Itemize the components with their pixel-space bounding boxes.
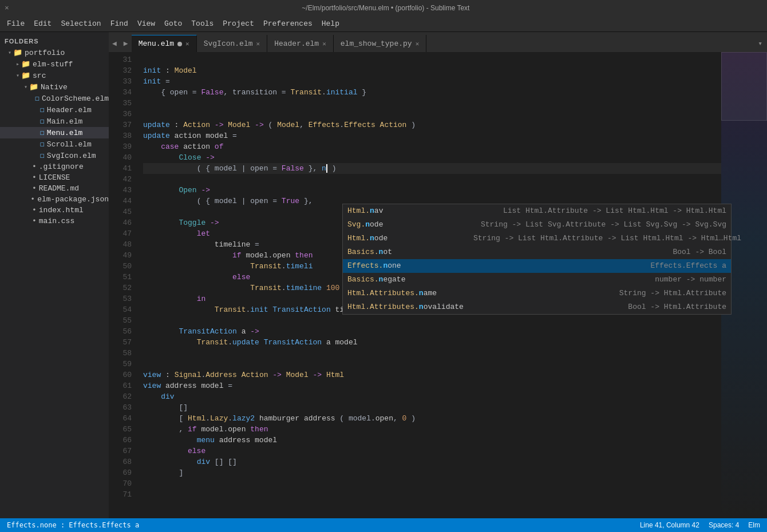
line-numbers: 3132333435363738394041424344454647484950… xyxy=(109,52,136,518)
menu-item-project[interactable]: Project xyxy=(218,18,259,29)
tabs-bar: ◀ ▶ Menu.elm✕SvgIcon.elm✕Header.elm✕elm_… xyxy=(109,32,767,52)
code-line-63: [] xyxy=(143,402,721,413)
code-line-64: [ Html.Lazy.lazy2 hamburger address ( mo… xyxy=(143,413,721,424)
tab-header_elm[interactable]: Header.elm✕ xyxy=(267,35,334,52)
code-line-67: else xyxy=(143,446,721,456)
close-button[interactable]: × xyxy=(5,4,9,13)
code-line-36 xyxy=(143,109,721,120)
tree-item-svgicon_elm[interactable]: ◻SvgIcon.elm xyxy=(0,150,109,161)
code-line-43: Open -> xyxy=(143,185,721,196)
statusbar-left: Effects.none : Effects.Effects a xyxy=(7,521,139,529)
code-line-69: ] xyxy=(143,467,721,478)
tab-dropdown-button[interactable]: ▾ xyxy=(753,35,767,52)
tree-item-elm_stuff[interactable]: ▸📁elm-stuff xyxy=(0,58,109,70)
tab-close-button[interactable]: ✕ xyxy=(416,40,420,47)
code-line-58 xyxy=(143,348,721,359)
ac-item-name[interactable]: Html.Attributes.nameString -> Html.Attri… xyxy=(343,287,731,300)
tree-item-license[interactable]: •LICENSE xyxy=(0,172,109,183)
titlebar-title: ~/Elm/portfolio/src/Menu.elm • (portfoli… xyxy=(9,4,762,12)
tree-item-main_elm[interactable]: ◻Main.elm xyxy=(0,116,109,127)
ac-item-none[interactable]: Effects.noneEffects.Effects a xyxy=(343,259,731,273)
tree-item-elm_package_json[interactable]: •elm-package.json xyxy=(0,194,109,205)
tab-menu_elm[interactable]: Menu.elm✕ xyxy=(132,35,197,52)
code-line-55 xyxy=(143,315,721,326)
folders-label: FOLDERS xyxy=(0,34,109,47)
code-container[interactable]: 3132333435363738394041424344454647484950… xyxy=(109,52,767,518)
menubar: FileEditSelectionFindViewGotoToolsProjec… xyxy=(0,16,767,32)
statusbar-line-col: Line 41, Column 42 xyxy=(640,521,699,529)
statusbar-right: Line 41, Column 42 Spaces: 4 Elm xyxy=(640,521,760,529)
tab-svgicon_elm[interactable]: SvgIcon.elm✕ xyxy=(197,35,267,52)
code-line-42 xyxy=(143,174,721,185)
tabs-container: Menu.elm✕SvgIcon.elm✕Header.elm✕elm_show… xyxy=(132,35,427,52)
code-line-32: init : Model xyxy=(143,65,721,76)
tree-item-index_html[interactable]: •index.html xyxy=(0,205,109,216)
tab-modified-dot xyxy=(177,42,182,46)
statusbar: Effects.none : Effects.Effects a Line 41… xyxy=(0,518,767,532)
ac-item-node[interactable]: Svg.nodeString -> List Svg.Attribute -> … xyxy=(343,218,731,232)
code-line-39: case action of xyxy=(143,141,721,152)
code-line-41: ( { model | open = False }, n ) xyxy=(143,163,721,174)
code-line-33: init = xyxy=(143,76,721,87)
tree-item-_gitignore[interactable]: •.gitignore xyxy=(0,161,109,172)
editor-area: ◀ ▶ Menu.elm✕SvgIcon.elm✕Header.elm✕elm_… xyxy=(109,32,767,518)
statusbar-spaces: Spaces: 4 xyxy=(709,521,739,529)
tab-elm_show_type_py[interactable]: elm_show_type.py✕ xyxy=(334,35,426,52)
file-tree: ▾📁portfolio▸📁elm-stuff▾📁src▾📁Native◻Colo… xyxy=(0,47,109,227)
tree-item-native[interactable]: ▾📁Native xyxy=(0,81,109,93)
tree-item-main_css[interactable]: •main.css xyxy=(0,216,109,227)
titlebar-left: × xyxy=(5,4,9,13)
code-line-59 xyxy=(143,359,721,370)
code-line-62: div xyxy=(143,391,721,402)
menu-item-tools[interactable]: Tools xyxy=(187,18,218,29)
statusbar-status: Effects.none : Effects.Effects a xyxy=(7,521,139,529)
tab-close-button[interactable]: ✕ xyxy=(322,40,326,47)
code-line-65: , if model.open then xyxy=(143,424,721,435)
menu-item-file[interactable]: File xyxy=(2,18,29,29)
code-line-70 xyxy=(143,478,721,489)
tree-item-portfolio[interactable]: ▾📁portfolio xyxy=(0,47,109,58)
tree-item-readme_md[interactable]: •README.md xyxy=(0,183,109,194)
code-line-68: div [] [] xyxy=(143,456,721,467)
code-line-60: view : Signal.Address Action -> Model ->… xyxy=(143,370,721,380)
menu-item-goto[interactable]: Goto xyxy=(160,18,187,29)
ac-item-novalidate[interactable]: Html.Attributes.novalidateBool -> Html.A… xyxy=(343,300,731,314)
titlebar: × ~/Elm/portfolio/src/Menu.elm • (portfo… xyxy=(0,0,767,16)
tab-prev-button[interactable]: ◀ xyxy=(109,35,120,52)
menu-item-edit[interactable]: Edit xyxy=(29,18,56,29)
ac-item-not[interactable]: Basics.notBool -> Bool xyxy=(343,245,731,259)
tree-item-src[interactable]: ▾📁src xyxy=(0,70,109,81)
code-line-71 xyxy=(143,489,721,500)
code-line-31 xyxy=(143,54,721,65)
tree-item-scroll_elm[interactable]: ◻Scroll.elm xyxy=(0,138,109,150)
autocomplete-dropdown[interactable]: Html.navList Html.Attribute -> List Html… xyxy=(342,204,732,315)
menu-item-preferences[interactable]: Preferences xyxy=(259,18,317,29)
ac-item-negate[interactable]: Basics.negatenumber -> number xyxy=(343,273,731,287)
main: FOLDERS ▾📁portfolio▸📁elm-stuff▾📁src▾📁Nat… xyxy=(0,32,767,518)
minimap-slider[interactable] xyxy=(721,52,767,121)
tab-close-button[interactable]: ✕ xyxy=(185,40,189,47)
sidebar: FOLDERS ▾📁portfolio▸📁elm-stuff▾📁src▾📁Nat… xyxy=(0,32,109,518)
menu-item-selection[interactable]: Selection xyxy=(56,18,105,29)
tab-next-button[interactable]: ▶ xyxy=(120,35,132,52)
tree-item-menu_elm[interactable]: ◻Menu.elm xyxy=(0,127,109,138)
code-line-56: TransitAction a -> xyxy=(143,326,721,337)
code-line-38: update action model = xyxy=(143,130,721,141)
code-line-61: view address model = xyxy=(143,380,721,391)
code-line-66: menu address model xyxy=(143,435,721,446)
code-line-40: Close -> xyxy=(143,152,721,163)
code-line-34: { open = False, transition = Transit.ini… xyxy=(143,87,721,98)
code-line-37: update : Action -> Model -> ( Model, Eff… xyxy=(143,120,721,130)
code-line-57: Transit.update TransitAction a model xyxy=(143,337,721,348)
ac-item-nav[interactable]: Html.navList Html.Attribute -> List Html… xyxy=(343,204,731,218)
tree-item-header_elm[interactable]: ◻Header.elm xyxy=(0,104,109,116)
tree-item-colorscheme_elm[interactable]: ◻ColorScheme.elm xyxy=(0,93,109,104)
menu-item-find[interactable]: Find xyxy=(106,18,133,29)
ac-item-node[interactable]: Html.nodeString -> List Html.Attribute -… xyxy=(343,232,731,245)
menu-item-view[interactable]: View xyxy=(133,18,160,29)
tab-close-button[interactable]: ✕ xyxy=(256,40,260,47)
statusbar-syntax: Elm xyxy=(748,521,760,529)
code-line-35 xyxy=(143,98,721,109)
menu-item-help[interactable]: Help xyxy=(317,18,344,29)
